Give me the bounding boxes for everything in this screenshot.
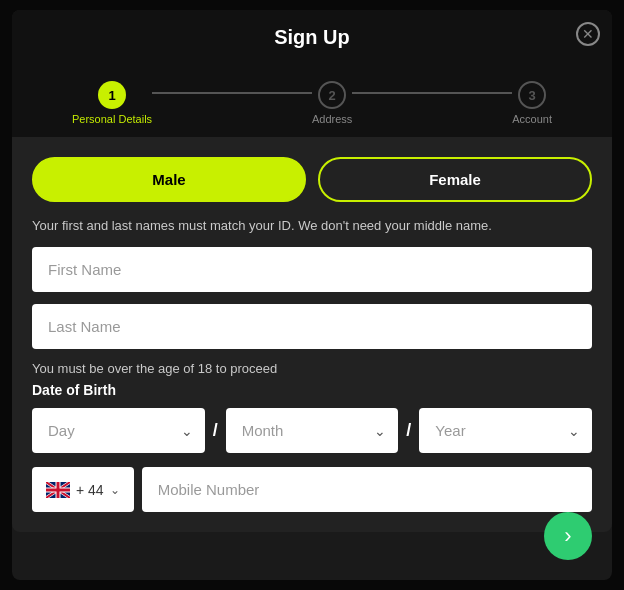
step-2: 2 Address: [312, 81, 352, 125]
next-button[interactable]: ›: [544, 512, 592, 560]
step-3-label: Account: [512, 113, 552, 125]
phone-row: + 44 ⌄: [32, 467, 592, 512]
gender-row: Male Female: [32, 157, 592, 202]
sign-up-modal: Sign Up ✕ 1 Personal Details 2 Address: [12, 10, 612, 580]
step-1: 1 Personal Details: [72, 81, 152, 125]
steps-wrapper: 1 Personal Details 2 Address 3 Ac: [72, 81, 552, 125]
age-warning-text: You must be over the age of 18 to procee…: [32, 361, 592, 376]
step-3-circle: 3: [518, 81, 546, 109]
step-2-circle: 2: [318, 81, 346, 109]
phone-country-selector[interactable]: + 44 ⌄: [32, 467, 134, 512]
month-select-wrapper: Month ⌄: [226, 408, 399, 453]
year-select-wrapper: Year ⌄: [419, 408, 592, 453]
first-name-input[interactable]: [32, 247, 592, 292]
steps-container: 1 Personal Details 2 Address 3 Ac: [12, 65, 612, 137]
year-select[interactable]: Year: [419, 408, 592, 453]
step-1-circle: 1: [98, 81, 126, 109]
dob-separator-1: /: [211, 420, 220, 441]
step-2-label: Address: [312, 113, 352, 125]
dob-separator-2: /: [404, 420, 413, 441]
mobile-number-input[interactable]: [142, 467, 592, 512]
country-code: + 44: [76, 482, 104, 498]
step-line-2: [352, 92, 512, 94]
day-select[interactable]: Day: [32, 408, 205, 453]
dob-row: Day ⌄ / Month ⌄ / Year ⌄: [32, 408, 592, 453]
last-name-input[interactable]: [32, 304, 592, 349]
modal-body: Male Female Your first and last names mu…: [12, 137, 612, 532]
close-button[interactable]: ✕: [576, 22, 600, 46]
female-button[interactable]: Female: [318, 157, 592, 202]
male-button[interactable]: Male: [32, 157, 306, 202]
step-3: 3 Account: [512, 81, 552, 125]
modal-title: Sign Up: [274, 26, 350, 48]
month-select[interactable]: Month: [226, 408, 399, 453]
dob-label: Date of Birth: [32, 382, 592, 398]
modal-overlay: Sign Up ✕ 1 Personal Details 2 Address: [0, 0, 624, 590]
next-icon: ›: [564, 523, 571, 549]
phone-country-chevron-icon: ⌄: [110, 483, 120, 497]
uk-flag-icon: [46, 482, 70, 498]
day-select-wrapper: Day ⌄: [32, 408, 205, 453]
name-info-text: Your first and last names must match you…: [32, 218, 592, 233]
step-1-label: Personal Details: [72, 113, 152, 125]
modal-header: Sign Up ✕: [12, 10, 612, 65]
step-line-1: [152, 92, 312, 94]
